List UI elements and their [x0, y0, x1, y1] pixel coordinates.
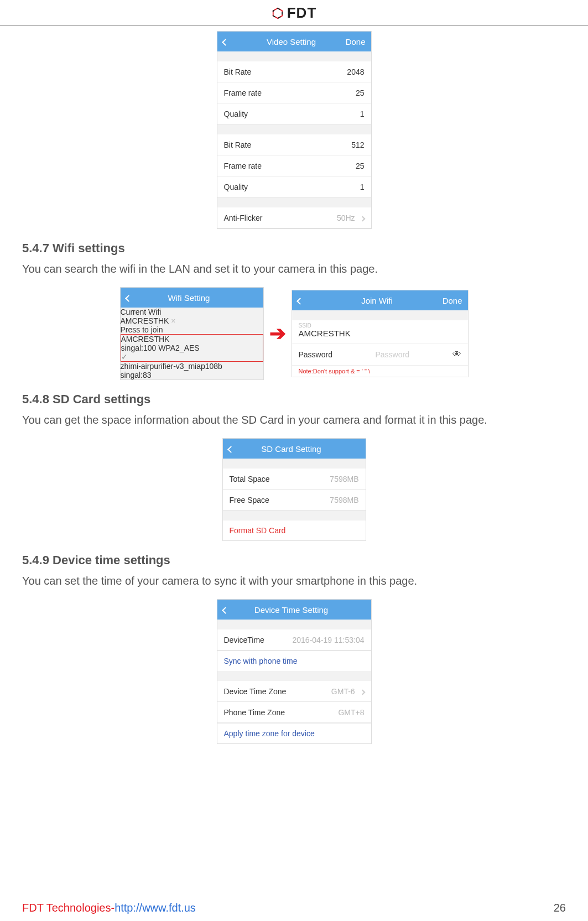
row-quality1[interactable]: Quality 1	[217, 103, 371, 124]
row-phone-tz: Phone Time Zone GMT+8	[217, 702, 371, 723]
heading-549: 5.4.9 Device time settings	[22, 553, 566, 568]
video-titlebar: Video Setting Done	[217, 32, 371, 51]
pick-header: Press to join	[121, 325, 263, 334]
heading-548: 5.4.8 SD Card settings	[22, 392, 566, 407]
wifi-titlebar: Wifi Setting	[121, 288, 263, 308]
current-wifi-item[interactable]: AMCRESTHK ×	[121, 316, 263, 325]
wifi-note: Note:Don't support & = ' " \	[292, 366, 468, 377]
footer-url[interactable]: http://www.fdt.us	[115, 902, 196, 914]
body-549: You can set the time of your camera to s…	[22, 573, 566, 589]
sdcard-mock: SD Card Setting Total Space 7598MB Free …	[222, 438, 366, 541]
back-icon[interactable]	[227, 446, 235, 453]
close-icon[interactable]: ×	[171, 316, 175, 325]
row-antiflicker[interactable]: Anti-Flicker 50Hz	[217, 207, 371, 228]
row-free-space: Free Space 7598MB	[223, 490, 366, 511]
brand-name: FDT	[287, 4, 317, 22]
body-548: You can get the space information about …	[22, 412, 566, 428]
row-total-space: Total Space 7598MB	[223, 469, 366, 490]
checkmark-icon: ✓	[121, 352, 128, 361]
footer-company: FDT Technologies-	[22, 902, 115, 914]
video-setting-mock: Video Setting Done Bit Rate 2048 Frame r…	[217, 31, 372, 229]
row-device-time: DeviceTime 2016-04-19 11:53:04	[217, 629, 371, 651]
chevron-right-icon	[360, 689, 365, 695]
hexagon-icon	[272, 7, 284, 19]
row-bitrate2[interactable]: Bit Rate 512	[217, 134, 371, 155]
ssid-label: SSID	[299, 322, 461, 329]
page-footer: FDT Technologies-http://www.fdt.us 26	[0, 902, 588, 914]
done-button[interactable]: Done	[338, 37, 366, 46]
row-quality2[interactable]: Quality 1	[217, 176, 371, 197]
devicetime-mock: Device Time Setting DeviceTime 2016-04-1…	[217, 599, 372, 744]
row-device-tz[interactable]: Device Time Zone GMT-6	[217, 681, 371, 702]
value: 2048	[347, 67, 364, 76]
row-framerate1[interactable]: Frame rate 25	[217, 82, 371, 103]
ssid-value: AMCRESTHK	[299, 329, 461, 338]
done-button[interactable]: Done	[435, 296, 462, 305]
back-icon[interactable]	[222, 39, 229, 46]
current-wifi-header: Current Wifi	[121, 308, 263, 316]
back-icon[interactable]	[222, 607, 229, 614]
password-row[interactable]: Password Password 👁	[292, 344, 468, 366]
apply-tz-button[interactable]: Apply time zone for device	[217, 723, 371, 743]
sdcard-titlebar: SD Card Setting	[223, 439, 366, 459]
row-bitrate1[interactable]: Bit Rate 2048	[217, 61, 371, 82]
brand-logo: FDT	[272, 4, 317, 22]
wifi-network-1[interactable]: AMCRESTHK singal:100 WPA2_AES ✓	[121, 334, 263, 362]
password-placeholder: Password	[376, 350, 409, 359]
row-framerate2[interactable]: Frame rate 25	[217, 155, 371, 176]
heading-547: 5.4.7 Wifi settings	[22, 241, 566, 256]
back-icon[interactable]	[125, 295, 132, 302]
back-icon[interactable]	[296, 298, 304, 305]
format-sd-button[interactable]: Format SD Card	[223, 521, 366, 540]
sync-phone-button[interactable]: Sync with phone time	[217, 651, 371, 671]
joinwifi-titlebar: Join Wifi Done	[292, 290, 468, 310]
wifi-setting-mock: Wifi Setting Current Wifi AMCRESTHK × Pr…	[120, 287, 264, 380]
video-title: Video Setting	[245, 37, 338, 46]
label: Bit Rate	[224, 67, 252, 76]
page-header: FDT	[0, 0, 588, 25]
join-wifi-mock: Join Wifi Done SSID AMCRESTHK Password P…	[292, 290, 469, 377]
chevron-right-icon	[360, 216, 365, 221]
arrow-right-icon: ➔	[269, 324, 286, 344]
body-547: You can search the wifi in the LAN and s…	[22, 261, 566, 277]
devicetime-titlebar: Device Time Setting	[217, 600, 371, 620]
eye-icon[interactable]: 👁	[452, 350, 461, 360]
wifi-network-2[interactable]: zhimi-airpurifier-v3_miap108b singal:83	[121, 362, 263, 379]
page-number: 26	[554, 902, 566, 914]
